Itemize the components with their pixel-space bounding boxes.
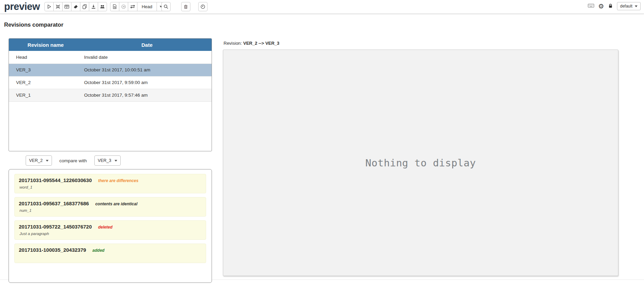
- diff-preview-panel: Nothing to display: [223, 50, 618, 276]
- clock-icon: [200, 4, 205, 9]
- exchange-button[interactable]: [128, 2, 137, 11]
- compare-right-select[interactable]: VER_3: [94, 155, 121, 166]
- profile-dropdown[interactable]: default: [617, 2, 641, 10]
- revision-date-cell: Invalid date: [82, 51, 212, 64]
- topbar: preview: [0, 0, 644, 14]
- compare-left-select[interactable]: VER_2: [26, 155, 52, 166]
- copy-button[interactable]: [80, 2, 89, 11]
- circle-arrow-right-icon: [121, 4, 126, 9]
- trash-button[interactable]: [181, 2, 190, 11]
- chevron-down-icon: [635, 5, 638, 7]
- document-item[interactable]: 20171031-100035_20432379 added: [14, 244, 206, 263]
- head-revision-label: Head: [142, 4, 152, 9]
- document-id: 20171031-095544_1226030630: [19, 177, 92, 183]
- book-icon: [64, 4, 69, 9]
- file-refresh-icon: [112, 4, 117, 9]
- revision-name-cell: Head: [9, 51, 82, 64]
- table-row-ver2[interactable]: VER_2 October 31st 2017, 9:59:00 am: [9, 76, 212, 89]
- document-status-badge: added: [92, 248, 104, 253]
- revision-name-cell: VER_2: [9, 76, 82, 89]
- revision-label-value: VER_2 --> VER_3: [243, 41, 279, 46]
- circle-arrow-right-button[interactable]: [119, 2, 128, 11]
- book-button[interactable]: [62, 2, 71, 11]
- file-refresh-button[interactable]: [110, 2, 119, 11]
- table-row-head[interactable]: Head Invalid date: [9, 51, 212, 64]
- revision-name-cell: VER_3: [9, 64, 82, 76]
- search-icon: [163, 4, 169, 9]
- document-head: 20171031-100035_20432379 added: [19, 247, 202, 253]
- keyboard-icon: [588, 3, 594, 9]
- compress-button[interactable]: [53, 2, 63, 11]
- documents-diff-panel: 20171031-095544_1226030630 there are dif…: [9, 169, 212, 283]
- eraser-icon: [73, 4, 78, 9]
- eraser-button[interactable]: [71, 2, 80, 11]
- exchange-icon: [130, 4, 135, 9]
- lock-button[interactable]: [608, 3, 613, 10]
- head-revision-dropdown[interactable]: Head: [137, 2, 157, 11]
- revisions-table-panel: Revision name Date Head Invalid date VER…: [9, 38, 212, 151]
- document-subtitle: num_1: [19, 208, 202, 213]
- gear-icon: ⚙: [598, 3, 604, 10]
- document-item[interactable]: 20171031-095722_1450376720 deleted Just …: [14, 220, 206, 240]
- search-button[interactable]: [161, 2, 171, 11]
- document-head: 20171031-095544_1226030630 there are dif…: [19, 177, 202, 183]
- table-row-ver1[interactable]: VER_1 October 31st 2017, 9:57:46 am: [9, 89, 212, 101]
- toolbar-group-main: [44, 2, 107, 11]
- document-status-badge: there are differences: [98, 178, 138, 183]
- chevron-down-icon: [115, 160, 117, 162]
- revision-date-cell: October 31st 2017, 9:59:00 am: [82, 76, 212, 89]
- lock-icon: [608, 3, 613, 10]
- column-header-revision-name: Revision name: [9, 39, 82, 51]
- compare-right-value: VER_3: [98, 158, 111, 163]
- keyboard-button[interactable]: [588, 3, 594, 9]
- revisions-table: Revision name Date Head Invalid date VER…: [9, 39, 212, 102]
- table-row-ver3-selected[interactable]: VER_3 October 31st 2017, 10:00:51 am: [9, 64, 212, 76]
- toolbar-group-revision: Head: [110, 2, 165, 11]
- document-id: 20171031-100035_20432379: [19, 247, 86, 253]
- download-button[interactable]: [89, 2, 98, 11]
- document-subtitle: Just a paragraph: [19, 232, 202, 236]
- empty-state-message: Nothing to display: [365, 157, 476, 169]
- compare-with-label: compare with: [59, 158, 87, 163]
- profile-dropdown-label: default: [620, 4, 632, 9]
- trash-icon: [183, 4, 188, 9]
- document-subtitle: [19, 255, 202, 259]
- settings-button[interactable]: ⚙: [598, 3, 604, 10]
- users-icon: [100, 4, 105, 9]
- copy-icon: [82, 4, 87, 9]
- document-item[interactable]: 20171031-095544_1226030630 there are dif…: [14, 174, 206, 193]
- document-head: 20171031-095722_1450376720 deleted: [19, 224, 202, 230]
- topbar-right-cluster: ⚙ default: [588, 2, 641, 10]
- revision-date-cell: October 31st 2017, 10:00:51 am: [82, 64, 212, 76]
- play-icon: [46, 4, 52, 9]
- app-logo: preview: [4, 0, 40, 14]
- document-id: 20171031-095637_168377686: [19, 201, 89, 206]
- clock-button[interactable]: [198, 2, 207, 11]
- document-head: 20171031-095637_168377686 contents are i…: [19, 201, 202, 207]
- revision-date-cell: October 31st 2017, 9:57:46 am: [82, 89, 212, 101]
- compress-icon: [55, 4, 61, 9]
- compare-controls: VER_2 compare with VER_3: [9, 154, 212, 167]
- document-status-badge: contents are identical: [95, 202, 137, 206]
- page-title: Revisions comparator: [4, 22, 63, 28]
- document-id: 20171031-095722_1450376720: [19, 224, 92, 230]
- revision-compare-label: Revision:VER_2 --> VER_3: [224, 41, 279, 46]
- revision-name-cell: VER_1: [9, 89, 82, 101]
- play-button[interactable]: [44, 2, 54, 11]
- column-header-date: Date: [82, 39, 212, 51]
- download-icon: [91, 4, 96, 9]
- revision-label-prefix: Revision:: [224, 41, 242, 46]
- chevron-down-icon: [46, 160, 49, 162]
- compare-left-value: VER_2: [29, 158, 43, 163]
- document-item[interactable]: 20171031-095637_168377686 contents are i…: [14, 197, 206, 217]
- document-subtitle: word_1: [19, 185, 202, 190]
- users-button[interactable]: [98, 2, 107, 11]
- document-status-badge: deleted: [98, 225, 112, 230]
